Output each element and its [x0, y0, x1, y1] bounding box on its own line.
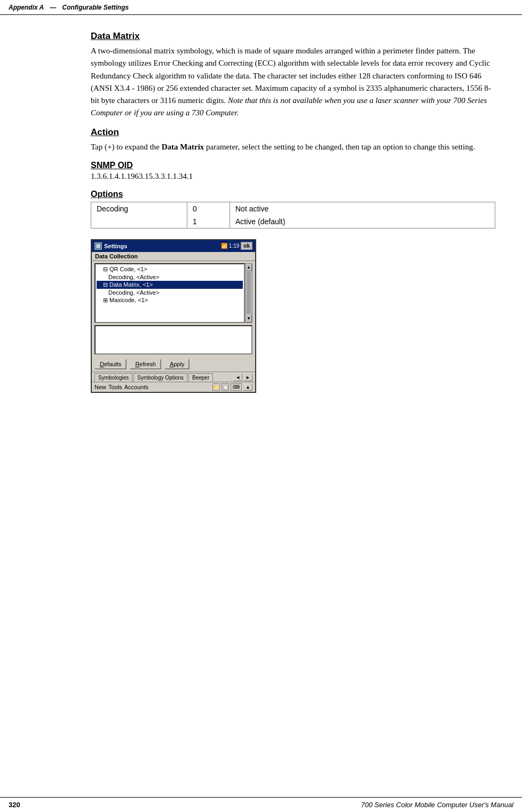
data-matrix-body: A two-dimensional matrix symbology, whic… [91, 45, 495, 120]
tab-row: Symbologies Symbology Options Beeper ◄ ► [92, 372, 255, 382]
table-cell-label: Decoding [91, 202, 187, 215]
titlebar-right: 📶 1:19 ok [221, 242, 252, 250]
screenshot: ⊞ Settings 📶 1:19 ok Data Collection ⊟ Q… [91, 239, 256, 393]
tab-symbology-options[interactable]: Symbology Options [133, 373, 187, 382]
tree-view[interactable]: ⊟ QR Code, <1> Decoding, <Active> ⊟ Data… [94, 263, 245, 323]
table-cell-desc-0: Not active [230, 202, 495, 215]
table-cell-value-1: 1 [187, 215, 230, 228]
chapter-title: Configurable Settings [62, 4, 129, 11]
screenshot-titlebar: ⊞ Settings 📶 1:19 ok [92, 240, 255, 252]
statusbar-arrow-up[interactable]: ▲ [243, 383, 252, 391]
signal-text: 1:19 [229, 243, 239, 249]
tree-scrollbar[interactable]: ▲ ▼ [245, 263, 252, 323]
page-footer: 320 700 Series Color Mobile Computer Use… [0, 797, 522, 812]
page-header: Appendix A — Configurable Settings [0, 0, 522, 15]
action-title: Action [91, 127, 495, 138]
snmp-oid-value: 1.3.6.1.4.1.1963.15.3.3.1.1.34.1 [91, 172, 495, 181]
signal-icon: 📶 [221, 243, 227, 249]
table-cell-label-empty [91, 215, 187, 228]
button-row: Defaults Refresh Apply [92, 357, 255, 372]
tree-item-qrcode-decoding[interactable]: Decoding, <Active> [97, 273, 243, 281]
main-content: Data Matrix A two-dimensional matrix sym… [85, 15, 501, 797]
scroll-down-arrow[interactable]: ▼ [246, 315, 252, 322]
header-appendix: Appendix A — Configurable Settings [9, 4, 129, 11]
screenshot-menubar: Data Collection [92, 252, 255, 261]
options-title: Options [91, 190, 495, 199]
action-body: Tap (+) to expand the Data Matrix parame… [91, 141, 495, 153]
table-row: 1 Active (default) [91, 215, 495, 228]
options-table: Decoding 0 Not active 1 Active (default) [91, 202, 495, 228]
statusbar-icons: 📁 📋 ⌨ ▲ [212, 383, 252, 391]
settings-title: Settings [104, 243, 127, 249]
tree-item-datamatrix[interactable]: ⊟ Data Matrix, <1> [97, 281, 243, 289]
header-dash: — [50, 4, 56, 11]
statusbar-tools[interactable]: Tools [108, 384, 122, 390]
snmp-oid-title: SNMP OID [91, 161, 495, 170]
tab-arrows: ◄ ► [233, 373, 252, 382]
tab-symbologies[interactable]: Symbologies [94, 373, 132, 382]
tree-item-maxicode[interactable]: ⊞ Maxicode, <1> [97, 296, 243, 304]
tree-item-qrcode[interactable]: ⊟ QR Code, <1> [97, 265, 243, 273]
statusbar-new[interactable]: New [94, 384, 106, 390]
footer-book-title: 700 Series Color Mobile Computer User's … [361, 801, 513, 809]
tab-arrow-left[interactable]: ◄ [233, 374, 242, 381]
refresh-button[interactable]: Refresh [130, 359, 161, 369]
statusbar-accounts[interactable]: Accounts [124, 384, 148, 390]
description-area [94, 325, 252, 354]
scroll-track [247, 272, 251, 314]
settings-icon: ⊞ [94, 242, 102, 250]
keyboard-icon[interactable]: ⌨ [231, 383, 242, 391]
table-cell-desc-1: Active (default) [230, 215, 495, 228]
table-row: Decoding 0 Not active [91, 202, 495, 215]
folder-icon: 📁 [212, 383, 220, 391]
ok-button[interactable]: ok [241, 242, 252, 250]
defaults-button[interactable]: Defaults [94, 359, 126, 369]
status-bar: New Tools Accounts 📁 📋 ⌨ ▲ [92, 382, 255, 392]
table-cell-value-0: 0 [187, 202, 230, 215]
data-matrix-title: Data Matrix [91, 31, 495, 42]
tree-wrapper: ⊟ QR Code, <1> Decoding, <Active> ⊟ Data… [94, 263, 252, 323]
apply-button[interactable]: Apply [164, 359, 190, 369]
tree-item-datamatrix-decoding[interactable]: Decoding, <Active> [97, 289, 243, 296]
scroll-up-arrow[interactable]: ▲ [246, 264, 252, 271]
clipboard-icon: 📋 [222, 383, 229, 391]
appendix-label: Appendix A [9, 4, 44, 11]
tab-arrow-right[interactable]: ► [243, 374, 252, 381]
tab-beeper[interactable]: Beeper [188, 373, 213, 382]
page-number: 320 [9, 801, 20, 809]
titlebar-left: ⊞ Settings [94, 242, 127, 250]
